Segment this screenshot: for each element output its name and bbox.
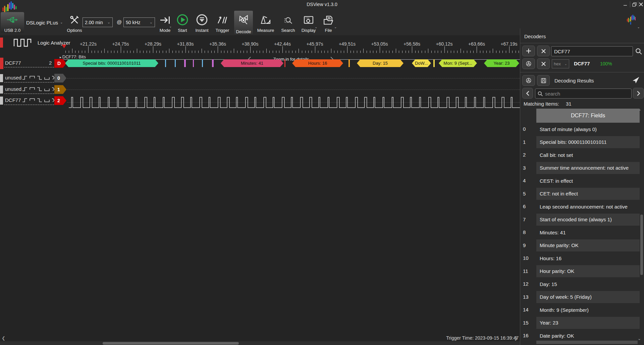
waveform-view[interactable]: Logic Analyzer +21.22s+24.75s+28.29s+31.… <box>0 35 520 345</box>
options-button[interactable]: Options <box>65 13 84 33</box>
scroll-down-icon[interactable]: ⌄ <box>638 336 641 341</box>
high-level-icon[interactable] <box>30 98 35 103</box>
result-row[interactable]: Start of minute (always 0) <box>536 123 640 135</box>
scroll-up-icon[interactable]: ⌃ <box>638 109 641 113</box>
channel-tag[interactable]: 2 <box>54 96 66 105</box>
title-bar[interactable]: DSView v1.3.0 <box>0 0 644 9</box>
channel-row[interactable]: DCF77 2 <box>0 95 520 106</box>
rising-edge-icon[interactable] <box>22 87 28 92</box>
results-table-header[interactable]: DCF77: Fields <box>536 109 640 123</box>
rising-edge-icon[interactable] <box>22 75 28 80</box>
device-select[interactable]: DSLogic PLus ⌄ <box>26 18 63 27</box>
horizontal-scrollbar-thumb[interactable] <box>103 342 239 345</box>
result-row[interactable]: Year: 23 <box>536 317 640 329</box>
close-button[interactable] <box>638 0 644 9</box>
maximize-button[interactable] <box>631 0 638 9</box>
result-row[interactable]: Date parity: OK <box>536 330 640 342</box>
usb-label: USB 2.0 <box>4 28 20 33</box>
result-row[interactable]: Day: 15 <box>536 278 640 290</box>
minimize-button[interactable] <box>621 0 629 9</box>
decoder-group-label[interactable]: ▸ DCF77: Bits <box>60 54 86 59</box>
ruler-tick <box>214 51 215 53</box>
decoder-settings-button[interactable] <box>522 58 535 69</box>
add-decoder-button[interactable] <box>522 46 535 56</box>
decoder-annotation[interactable]: Day: 15 <box>357 59 404 67</box>
result-row[interactable]: Month: 9 (September) <box>536 304 640 316</box>
decode-button[interactable]: Decode <box>234 11 253 34</box>
export-results-button[interactable] <box>537 75 550 86</box>
low-level-icon[interactable] <box>44 75 50 80</box>
decode-label: Decode <box>236 29 251 34</box>
channel-tag[interactable]: 0 <box>54 74 66 82</box>
decoder-annotation[interactable]: Minutes: 41 <box>221 59 283 67</box>
chevron-down-icon: ⌄ <box>169 25 172 28</box>
result-row[interactable]: Start of encoded time (always 1) <box>536 214 640 226</box>
result-row[interactable]: Leap second announcement: not active <box>536 200 640 213</box>
results-settings-button[interactable] <box>522 75 535 86</box>
result-row[interactable]: Summer time announcement: not active <box>536 162 640 174</box>
falling-edge-icon[interactable] <box>37 98 42 103</box>
result-row[interactable]: Call bit: not set <box>536 149 640 161</box>
result-row[interactable]: CET: not in effect <box>536 188 640 200</box>
results-search-input[interactable] <box>545 89 631 98</box>
channel-row[interactable]: unused 0 <box>0 72 520 84</box>
result-row[interactable]: Day of week: 5 (Friday) <box>536 291 640 303</box>
low-level-icon[interactable] <box>44 98 50 103</box>
decoder-row-name[interactable]: DCF77 <box>5 60 21 66</box>
falling-edge-icon[interactable] <box>37 75 42 80</box>
rising-edge-icon[interactable] <box>22 98 28 103</box>
scroll-left-icon[interactable]: ❮ <box>2 336 5 341</box>
decoder-annotation[interactable]: Hours: 16 <box>292 59 343 67</box>
result-index: 6 <box>523 204 534 209</box>
low-level-icon[interactable] <box>44 87 50 92</box>
delete-decoder-button[interactable] <box>537 58 550 69</box>
result-row[interactable]: Hour parity: OK <box>536 265 640 277</box>
device-usb-button[interactable]: USB 2.0 <box>1 12 24 33</box>
panel-horizontal-scrollbar[interactable] <box>536 341 638 344</box>
result-row[interactable]: Minutes: 41 <box>536 226 640 238</box>
high-level-icon[interactable] <box>30 75 35 80</box>
decoder-search-input[interactable] <box>551 46 633 56</box>
ruler-tick <box>396 49 396 53</box>
result-row[interactable]: CEST: in effect <box>536 175 640 187</box>
horizontal-scrollbar[interactable] <box>0 341 520 345</box>
rate-value: 50 kHz <box>126 20 141 25</box>
format-select[interactable]: hex ⌄ <box>552 59 569 68</box>
result-row[interactable]: Hours: 16 <box>536 252 640 264</box>
decoder-tag[interactable]: D <box>54 59 66 68</box>
ruler-tick <box>153 46 153 53</box>
falling-edge-icon[interactable] <box>37 87 42 92</box>
measure-button[interactable]: Measure <box>256 13 276 33</box>
high-level-icon[interactable] <box>30 87 35 92</box>
result-row[interactable]: Special bits: 00001100101011 <box>536 136 640 148</box>
search-icon[interactable] <box>635 48 642 55</box>
prev-result-button[interactable] <box>522 88 533 99</box>
ruler-tick <box>121 46 121 53</box>
decoder-annotation[interactable]: Year: 23 <box>484 59 519 67</box>
decoder-annotation[interactable]: Special bits: 00001100101011 <box>65 59 158 67</box>
display-button[interactable]: Display ⌄ <box>299 13 318 33</box>
scroll-right-icon[interactable]: ❯ <box>514 336 518 341</box>
next-result-button[interactable] <box>633 88 644 99</box>
ruler-tick <box>438 51 438 53</box>
mode-button[interactable]: Mode ⌄ <box>156 13 174 33</box>
decoder-annotation[interactable]: Mon: 9 (Sept... <box>439 59 477 67</box>
result-row[interactable]: Minute parity: OK <box>536 239 640 251</box>
vertical-scrollbar-thumb[interactable] <box>640 215 643 275</box>
goto-annotation-button[interactable] <box>632 76 640 84</box>
trigger-position-marker[interactable] <box>62 45 66 48</box>
sample-rate-select[interactable]: 50 kHz ⌄ <box>123 17 155 27</box>
trigger-button[interactable]: Trigger <box>213 13 231 33</box>
decoder-annotation[interactable]: DoW... <box>412 59 431 67</box>
decoder-instance-name[interactable]: DCF77 <box>574 61 590 66</box>
start-button[interactable]: Start <box>175 12 190 33</box>
file-button[interactable]: File ⌄ <box>321 13 336 33</box>
channel-waveform[interactable] <box>69 95 523 109</box>
search-button[interactable]: Search <box>280 13 297 33</box>
clear-decoder-button[interactable] <box>537 46 550 56</box>
channel-tag[interactable]: 1 <box>54 85 66 94</box>
ruler-tick <box>82 51 82 53</box>
sample-duration-select[interactable]: 2.00 min ⌄ <box>83 17 113 27</box>
instant-button[interactable]: Instant <box>193 12 211 33</box>
channel-row[interactable]: unused 1 <box>0 84 520 95</box>
